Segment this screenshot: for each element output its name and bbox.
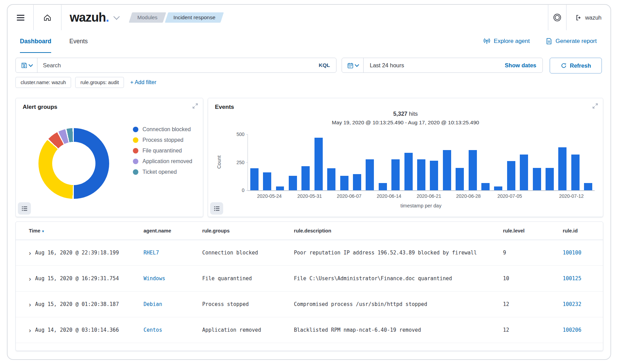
expand-icon[interactable] <box>592 103 598 109</box>
bar[interactable] <box>430 161 438 190</box>
rule-id-link[interactable]: 100206 <box>563 327 581 333</box>
x-tick-label: 2020-05-31 <box>297 193 322 199</box>
legend-item[interactable]: Process stopped <box>133 137 192 143</box>
expand-icon[interactable] <box>192 103 198 109</box>
add-filter-button[interactable]: + Add filter <box>130 79 156 86</box>
donut-chart[interactable] <box>38 128 109 199</box>
tab-events[interactable]: Events <box>69 30 88 52</box>
refresh-button[interactable]: Refresh <box>550 58 602 73</box>
column-label: rule.groups <box>202 228 230 234</box>
bar[interactable] <box>404 153 413 190</box>
agent-name-link[interactable]: RHEL7 <box>144 250 159 256</box>
menu-button[interactable] <box>8 5 33 30</box>
home-button[interactable] <box>34 5 61 30</box>
bar[interactable] <box>584 183 592 190</box>
bar[interactable] <box>481 183 490 190</box>
bar[interactable] <box>417 159 425 190</box>
column-header-rule-id[interactable]: rule.id <box>563 228 603 234</box>
rule-description-cell: Poor reputation IP address 196.52.43.89 … <box>294 250 503 256</box>
bar[interactable] <box>391 159 400 190</box>
filter-pill[interactable]: rule.groups: audit <box>75 77 124 88</box>
expand-row-icon[interactable]: › <box>29 327 31 333</box>
agent-name-link[interactable]: Windows <box>144 275 165 282</box>
panel-list-button[interactable] <box>210 202 223 215</box>
bar[interactable] <box>250 168 259 190</box>
column-label: Time <box>29 228 41 234</box>
bar[interactable] <box>366 159 374 190</box>
agent-name-cell: Windows <box>144 275 202 282</box>
rule-level-cell: 10 <box>503 275 563 282</box>
rule-id-cell: 100100 <box>563 250 603 256</box>
expand-row-icon[interactable]: › <box>29 250 31 256</box>
bar[interactable] <box>558 147 566 191</box>
bar[interactable] <box>353 174 361 190</box>
column-header-rule-level[interactable]: rule.level <box>503 228 563 234</box>
agent-name-link[interactable]: Debian <box>144 301 162 307</box>
sort-desc-icon[interactable]: ▾ <box>42 229 44 233</box>
breadcrumb-incident-response[interactable]: Incident response <box>165 12 224 23</box>
bar[interactable] <box>520 155 528 190</box>
time-value: Aug 15, 2020 @ 16:29:31.754 <box>35 275 119 282</box>
bar[interactable] <box>456 168 464 190</box>
breadcrumb-modules[interactable]: Modules <box>129 12 166 23</box>
bar-slot <box>261 134 273 190</box>
date-picker: Last 24 hours Show dates <box>342 58 543 73</box>
column-header-rule-description[interactable]: rule.description <box>294 228 503 234</box>
explore-agent-button[interactable]: Explore agent <box>483 37 530 45</box>
health-button[interactable] <box>548 5 566 30</box>
bar[interactable] <box>546 168 554 190</box>
tab-dashboard[interactable]: Dashboard <box>20 30 51 53</box>
bar[interactable] <box>263 172 271 190</box>
show-dates-button[interactable]: Show dates <box>499 62 542 69</box>
bar[interactable] <box>494 186 502 190</box>
legend-item[interactable]: Application removed <box>133 158 192 164</box>
expand-row-icon[interactable]: › <box>29 301 31 308</box>
wazuh-logo[interactable]: wazuh. <box>70 10 109 25</box>
bar[interactable] <box>571 155 580 190</box>
rule-id-link[interactable]: 100100 <box>563 250 581 256</box>
bar[interactable] <box>314 138 323 190</box>
column-header-time[interactable]: Time▾ <box>29 228 144 234</box>
search-input[interactable] <box>37 62 312 69</box>
bar[interactable] <box>443 150 451 190</box>
rule-id-link[interactable]: 100125 <box>563 275 581 282</box>
bar[interactable] <box>379 183 387 190</box>
legend-item[interactable]: Ticket opened <box>133 169 192 175</box>
rule-id-link[interactable]: 100232 <box>563 301 581 307</box>
time-range-value[interactable]: Last 24 hours <box>364 62 499 69</box>
legend-swatch <box>133 148 138 153</box>
chevron-down-icon <box>28 62 33 67</box>
column-header-agent-name[interactable]: agent.name <box>144 228 202 234</box>
table-row: ›Aug 14, 2020 @ 03:10:14.366CentosApplic… <box>16 317 603 343</box>
generate-report-button[interactable]: Generate report <box>546 38 597 45</box>
agent-name-cell: Debian <box>144 301 202 307</box>
bar[interactable] <box>533 168 541 190</box>
report-icon <box>546 38 552 45</box>
expand-row-icon[interactable]: › <box>29 275 31 282</box>
panel-list-button[interactable] <box>18 202 31 215</box>
bar-chart[interactable]: 02505002020-05-242020-05-312020-06-07202… <box>248 134 595 191</box>
bar[interactable] <box>340 176 348 190</box>
legend-item[interactable]: Connection blocked <box>133 126 192 133</box>
hits-date-range: May 19, 2020 @ 10:13:25.490 - Aug 17, 20… <box>208 120 603 126</box>
calendar-button[interactable] <box>342 58 364 72</box>
breadcrumb-label: Modules <box>137 14 158 21</box>
saved-queries-button[interactable] <box>16 58 37 72</box>
bar[interactable] <box>327 168 335 190</box>
user-label: wazuh <box>585 14 602 21</box>
bar[interactable] <box>289 176 297 190</box>
alert-groups-panel: Alert groups Connection blockedProcess s… <box>15 98 203 217</box>
chevron-down-icon[interactable] <box>113 13 119 20</box>
bar[interactable] <box>301 166 310 190</box>
bar[interactable] <box>469 150 477 190</box>
logout-button[interactable]: wazuh <box>566 14 610 21</box>
rule-id-cell: 100232 <box>563 301 603 307</box>
bar[interactable] <box>507 161 515 190</box>
legend-item[interactable]: File quarantined <box>133 148 192 154</box>
bar[interactable] <box>276 186 284 190</box>
filter-pill[interactable]: cluster.name: wazuh <box>15 77 71 88</box>
column-header-rule-groups[interactable]: rule.groups <box>202 228 294 234</box>
bar-slot <box>543 134 556 190</box>
kql-button[interactable]: KQL <box>312 62 336 68</box>
agent-name-link[interactable]: Centos <box>144 327 162 333</box>
